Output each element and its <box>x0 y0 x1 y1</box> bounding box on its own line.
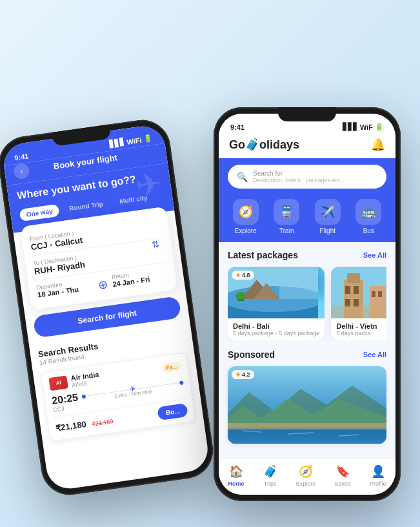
cat-tab-flight[interactable]: ✈️ Flight <box>315 199 341 234</box>
sponsored-image: ★ 4.2 <box>228 366 386 444</box>
flight-card[interactable]: AI Air India AI585 Fa... 20:25 CCJ <box>41 352 196 442</box>
signal-bars-icon: ▋▋▋ <box>109 138 126 148</box>
notch-front <box>278 107 336 121</box>
fare-badge: Fa... <box>161 362 182 373</box>
svg-rect-17 <box>378 291 382 297</box>
price-group: ₹21,180 ₹21,180 <box>55 415 114 434</box>
explore-icon: 🧭 <box>233 199 259 225</box>
front-signal-icons: ▋▋▋ WiF 🔋 <box>343 123 384 131</box>
notification-bell-icon[interactable]: 🔔 <box>371 138 385 152</box>
bali-pkg-duration: 5 days package • 5 days package <box>233 330 319 336</box>
flight-plane-icon: ✈ <box>129 384 137 394</box>
packages-row: ★ 4.8 Delhi - Bali 5 days package • 5 da… <box>228 267 386 340</box>
svg-rect-10 <box>347 273 360 283</box>
nav-trips[interactable]: 🧳 Trips <box>263 464 277 487</box>
airline-logo: AI <box>48 375 68 391</box>
bali-duration2: 5 days package <box>279 330 319 336</box>
suitcase-icon: 🧳 <box>245 138 259 151</box>
svg-rect-16 <box>372 291 375 297</box>
wifi-icon: WiFi <box>126 136 143 145</box>
bottom-nav: 🏠 Home 🧳 Trips 🧭 Explore 🔖 Saved 👤 <box>219 459 395 495</box>
nav-profile[interactable]: 👤 Profile <box>370 464 386 487</box>
dot-left <box>81 395 86 399</box>
dot-separator-bali: • <box>275 331 277 335</box>
flight-price-old: ₹21,180 <box>92 418 114 428</box>
see-all-packages-button[interactable]: See All <box>363 251 386 259</box>
bali-rating-badge: ★ 4.8 <box>232 271 254 280</box>
search-placeholder: Destination, hotels , packages ect... <box>253 177 345 183</box>
front-wifi-icon: WiF <box>360 123 373 131</box>
trip-tab-roundtrip[interactable]: Round Trip <box>62 197 110 216</box>
vietnam-package-info: Delhi - Vietn 5 days packa <box>331 318 386 340</box>
nav-saved[interactable]: 🔖 Saved <box>334 464 351 487</box>
svg-rect-26 <box>228 423 386 429</box>
swap-icon[interactable]: ⇅ <box>151 238 160 250</box>
dot-right <box>179 380 184 385</box>
front-phone: 9:41 ▋▋▋ WiF 🔋 Go🧳olidays 🔔 🔍 <box>214 107 401 501</box>
see-all-sponsored-button[interactable]: See All <box>363 351 386 358</box>
flight-price: ₹21,180 <box>55 419 86 433</box>
search-input-box[interactable]: 🔍 Search for Destination, hotels , packa… <box>228 165 386 189</box>
cat-tab-explore[interactable]: 🧭 Explore <box>233 199 259 234</box>
cat-tab-train[interactable]: 🚆 Train <box>274 199 299 234</box>
nav-label-home: Home <box>228 480 245 487</box>
book-button[interactable]: Bo... <box>157 403 188 420</box>
bali-package-info: Delhi - Bali 5 days package • 5 days pac… <box>228 318 325 340</box>
star-icon-sponsored: ★ <box>235 371 241 378</box>
search-label: Search for <box>253 170 345 177</box>
cat-label-flight: Flight <box>320 227 335 234</box>
bali-rating: 4.8 <box>242 272 250 278</box>
search-magnifier-icon: 🔍 <box>237 172 248 182</box>
departure-time-group: 20:25 CCJ <box>51 391 79 413</box>
back-button[interactable]: ‹ <box>13 162 30 180</box>
cat-tab-bus[interactable]: 🚌 Bus <box>355 199 381 234</box>
front-status-time: 9:41 <box>230 123 245 131</box>
bus-icon: 🚌 <box>355 199 381 225</box>
sponsored-header: Sponsored See All <box>228 349 386 360</box>
package-card-bali[interactable]: ★ 4.8 Delhi - Bali 5 days package • 5 da… <box>228 267 325 340</box>
search-text-group: Search for Destination, hotels , package… <box>253 170 345 183</box>
vietnam-pkg-duration: 5 days packa <box>336 330 386 336</box>
nav-label-trips: Trips <box>264 480 277 487</box>
sponsored-rating: 4.2 <box>242 371 250 378</box>
front-signal-bars: ▋▋▋ <box>343 123 358 131</box>
svg-rect-18 <box>331 305 386 318</box>
nav-home[interactable]: 🏠 Home <box>228 464 245 487</box>
nav-label-saved: Saved <box>334 480 351 487</box>
star-icon-bali: ★ <box>235 272 241 278</box>
package-card-vietnam[interactable]: Delhi - Vietn 5 days packa <box>331 267 386 340</box>
sponsored-card[interactable]: ★ 4.2 <box>228 366 386 444</box>
latest-packages-header: Latest packages See All <box>228 250 386 260</box>
vietnam-scene-svg <box>331 267 386 318</box>
nav-explore[interactable]: 🧭 Explore <box>296 464 316 487</box>
back-phone: 9:41 ▋▋▋ WiFi 🔋 ‹ Book your flight ✈ Whe… <box>0 116 217 499</box>
trips-nav-icon: 🧳 <box>263 464 277 479</box>
profile-nav-icon: 👤 <box>371 464 385 479</box>
svg-rect-11 <box>345 286 350 294</box>
flight-icon: ✈️ <box>315 199 341 225</box>
sponsored-section: Sponsored See All <box>228 349 386 444</box>
sponsored-title: Sponsored <box>228 349 275 360</box>
airline-details: Air India AI585 <box>70 370 101 388</box>
cat-label-explore: Explore <box>235 227 257 234</box>
svg-rect-22 <box>228 428 386 444</box>
cat-label-train: Train <box>279 227 294 234</box>
latest-packages-title: Latest packages <box>228 250 298 260</box>
back-status-time: 9:41 <box>14 152 28 161</box>
vietnam-duration1: 5 days packa <box>336 330 370 336</box>
battery-icon: 🔋 <box>143 134 153 143</box>
search-bar-section: 🔍 Search for Destination, hotels , packa… <box>219 158 395 199</box>
front-app-header: Go🧳olidays 🔔 <box>219 134 395 158</box>
trip-tab-oneway[interactable]: One way <box>19 204 60 222</box>
logo-go: Go <box>229 138 245 151</box>
main-content: Latest packages See All <box>219 242 395 465</box>
nav-label-profile: Profile <box>370 480 386 487</box>
vietnam-image <box>331 267 386 318</box>
nav-label-explore: Explore <box>296 480 316 487</box>
phones-container: 9:41 ▋▋▋ WiFi 🔋 ‹ Book your flight ✈ Whe… <box>0 0 420 527</box>
plane-bg-icon: ✈ <box>133 164 163 203</box>
bali-duration1: 5 days package <box>233 330 274 336</box>
back-phone-screen: 9:41 ▋▋▋ WiFi 🔋 ‹ Book your flight ✈ Whe… <box>1 123 211 491</box>
svg-point-6 <box>235 292 246 300</box>
vietnam-pkg-name: Delhi - Vietn <box>336 322 386 330</box>
